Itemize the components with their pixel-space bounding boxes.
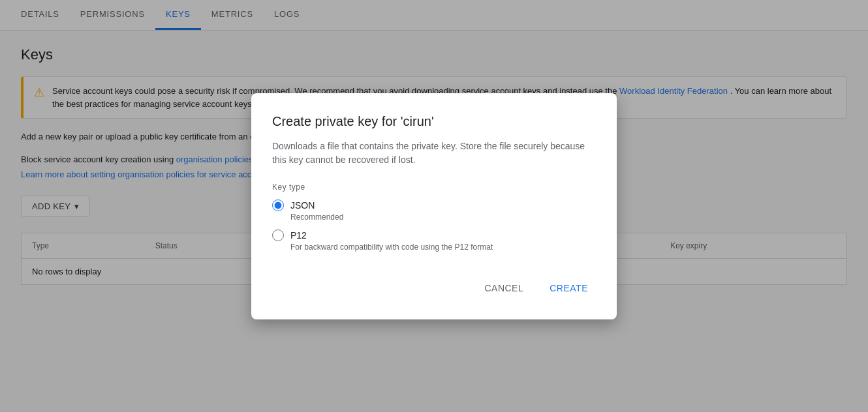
p12-radio[interactable] <box>272 229 284 241</box>
json-label[interactable]: JSON <box>290 200 315 211</box>
modal-overlay: Create private key for 'cirun' Downloads… <box>0 0 868 412</box>
create-key-dialog: Create private key for 'cirun' Downloads… <box>251 93 617 319</box>
json-option: JSON Recommended <box>272 199 596 222</box>
create-button[interactable]: CREATE <box>542 278 596 299</box>
key-type-label: Key type <box>272 183 596 192</box>
json-radio[interactable] <box>272 199 284 211</box>
dialog-description: Downloads a file that contains the priva… <box>272 140 596 167</box>
p12-option: P12 For backward compatibility with code… <box>272 229 596 252</box>
dialog-title: Create private key for 'cirun' <box>272 114 596 129</box>
dialog-actions: CANCEL CREATE <box>272 278 596 299</box>
p12-label[interactable]: P12 <box>290 230 307 241</box>
cancel-button[interactable]: CANCEL <box>476 278 531 299</box>
json-hint: Recommended <box>290 213 596 222</box>
p12-hint: For backward compatibility with code usi… <box>290 243 596 252</box>
key-type-radio-group: JSON Recommended P12 For backward compat… <box>272 199 596 252</box>
